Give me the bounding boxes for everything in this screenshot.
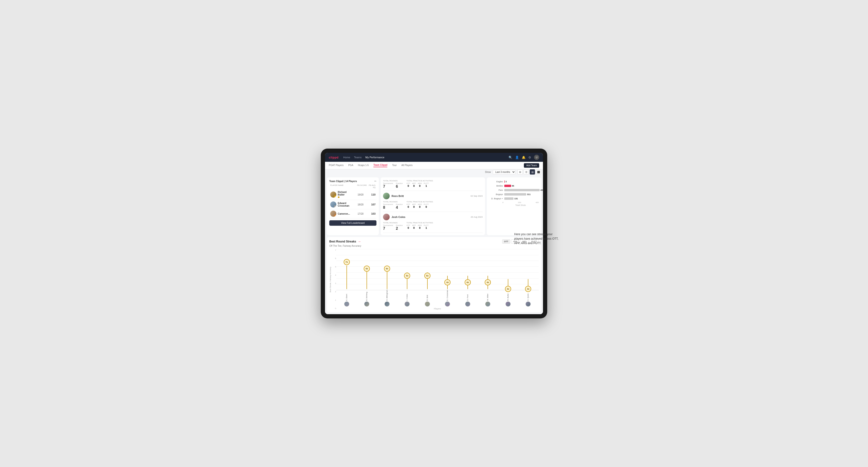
panel-header: Team Clippd | 14 Players ✏: [329, 180, 376, 183]
streaks-header: Best Round Streaks ← OTT APP ARG PUTT: [329, 239, 539, 244]
bar-fill: [504, 193, 526, 195]
list-view-icon[interactable]: ☰: [524, 169, 529, 175]
player-name-label: E. Ebert: [346, 292, 348, 301]
bar-value: 3: [505, 181, 507, 183]
show-row: Show Last 3 months ⊞ ☰ ▤ ⬛: [325, 169, 543, 176]
player-score-cameron: 17/20: [355, 213, 366, 215]
player-thumb: [404, 302, 410, 307]
player-col-e.ebert: E. Ebert: [338, 292, 355, 307]
player-thumb: [364, 302, 369, 307]
show-select[interactable]: Last 3 months: [493, 170, 516, 174]
chart-inner: 7x 6x 6x 5x 5x 4x 4x 4x 3x 3x E.: [336, 249, 539, 310]
player-name-label: B. McHerg: [366, 292, 368, 301]
practice-activities-label: Total Practice Activities: [406, 180, 433, 182]
x-axis-label: Players: [336, 308, 539, 310]
view-icons: ⊞ ☰ ▤ ⬛: [518, 169, 541, 175]
bar-container: 499: [504, 188, 540, 192]
person-icon[interactable]: 👤: [515, 156, 519, 159]
bar-value: 96: [512, 185, 514, 187]
rees-practice: 4: [396, 206, 403, 210]
player-col-j.coles: J. Coles: [399, 292, 416, 307]
card-date-rees: 02 Sep 2023: [470, 195, 483, 197]
badge-1: 1: [334, 195, 336, 198]
top-section: Team Clippd | 14 Players ✏ PLAYER NAME P…: [325, 176, 543, 237]
streaks-bars-area: 7x 6x 6x 5x 5x 4x 4x 4x 3x 3x: [336, 249, 539, 290]
card-view-icon[interactable]: ▤: [530, 169, 535, 175]
avatar-rees: [383, 193, 390, 199]
tab-ott[interactable]: OTT: [502, 239, 510, 244]
rees-tournament: 8: [383, 206, 393, 210]
player-name-cameron: Cameron...: [338, 213, 354, 215]
subnav-tour[interactable]: Tour: [392, 164, 397, 167]
subnav-pgat[interactable]: PGAT Players: [329, 164, 343, 167]
player-row: 2 Edward Crossman 18/20 107: [329, 200, 376, 209]
player-card-richard: Total Rounds Tournament 7 Practice: [383, 180, 483, 191]
bar-fill: [504, 197, 514, 200]
player-name-label: D. Billingham: [386, 292, 388, 301]
player-col-e.crossman: E. Crossman: [439, 292, 456, 307]
view-leaderboard-button[interactable]: View Full Leaderboard: [329, 220, 376, 226]
subnav-all-players[interactable]: All Players: [401, 164, 412, 167]
bar-row-birdies: Birdies 96: [489, 184, 539, 188]
tablet-frame: clippd Home Teams My Performance 🔍 👤 🔔 ⚙…: [321, 149, 547, 318]
streak-bar-group-b.mcherg: 6x: [358, 269, 376, 290]
settings-icon[interactable]: ⚙: [528, 156, 531, 159]
nav-my-performance[interactable]: My Performance: [365, 156, 384, 159]
player-cards-panel: Total Rounds Tournament 7 Practice: [381, 177, 485, 235]
nav-teams[interactable]: Teams: [354, 156, 362, 159]
subnav-team-clippd[interactable]: Team Clippd: [373, 164, 387, 167]
leaderboard-panel: Team Clippd | 14 Players ✏ PLAYER NAME P…: [327, 177, 379, 235]
bell-icon[interactable]: 🔔: [522, 156, 526, 159]
player-col-r.britt: R. Britt: [418, 292, 436, 307]
search-icon[interactable]: 🔍: [508, 156, 512, 159]
arg-label: ARG: [418, 182, 422, 184]
player-col-d.ford: D. Ford: [459, 292, 476, 307]
player-score-richard: 19/20: [355, 193, 366, 196]
avatar[interactable]: U: [534, 155, 539, 160]
streak-bubble: 7x: [344, 259, 350, 265]
rounds-label: Total Rounds: [383, 180, 403, 182]
nav-actions: 🔍 👤 🔔 ⚙ U: [508, 155, 539, 160]
card-name-josh: Josh Coles: [392, 216, 405, 218]
bar-fill: [504, 189, 540, 191]
player-score-edward: 18/20: [355, 203, 366, 206]
card-header-rees: Rees Britt 02 Sep 2023: [383, 193, 483, 199]
ott-label: OTT: [406, 182, 410, 184]
bar-fill: [504, 185, 511, 187]
player-name-label: C. Quick: [527, 292, 529, 301]
subnav-hcaps[interactable]: Hcaps 1-5: [358, 164, 369, 167]
bar-row-eagles: Eagles 3: [489, 180, 539, 184]
best-round-streaks-title: Best Round Streaks: [329, 240, 356, 243]
practice-val: 6: [396, 184, 403, 189]
arg-val: 0: [418, 184, 422, 187]
bar-value: 499: [540, 189, 543, 191]
edit-icon[interactable]: ✏: [374, 180, 376, 183]
streak-bubble: 4x: [444, 279, 451, 285]
streak-bubble: 4x: [465, 279, 471, 285]
player-col-b.mcherg: B. McHerg: [358, 292, 376, 307]
add-team-button[interactable]: Add Team: [524, 163, 539, 168]
player-info-richard: Richard Butler ⬟: [338, 191, 354, 198]
streak-bar-group-d.ford: 4x: [459, 276, 476, 290]
bar-fill: [504, 181, 505, 183]
player-thumb: [485, 302, 490, 307]
streak-bar-group-c.quick: 3x: [520, 279, 537, 290]
chart-x-label: Total Shots: [489, 204, 539, 206]
bar-value: 131: [514, 197, 518, 200]
player-thumb: [505, 302, 511, 307]
grid-view-icon[interactable]: ⊞: [518, 169, 523, 175]
subnav-pga[interactable]: PGA: [348, 164, 353, 167]
putt-val: 1: [424, 184, 429, 187]
player-card-josh: Josh Coles 26 Aug 2023 Total Rounds Tour…: [383, 212, 483, 233]
sub-nav: PGAT Players PGA Hcaps 1-5 Team Clippd T…: [325, 162, 543, 169]
streak-bar-group-m.miller: 4x: [479, 276, 497, 290]
nav-home[interactable]: Home: [343, 156, 350, 159]
avatar-edward: 2: [330, 201, 336, 208]
player-col-c.quick: C. Quick: [520, 292, 537, 307]
player-col-d.billingham: D. Billingham: [378, 292, 396, 307]
streak-bubble: 5x: [404, 273, 410, 279]
player-thumb: [526, 302, 531, 307]
table-view-icon[interactable]: ⬛: [536, 169, 541, 175]
streaks-subtitle: Off The Tee, Fairway Accuracy: [329, 245, 539, 247]
player-avg-richard: 110: [367, 193, 375, 196]
